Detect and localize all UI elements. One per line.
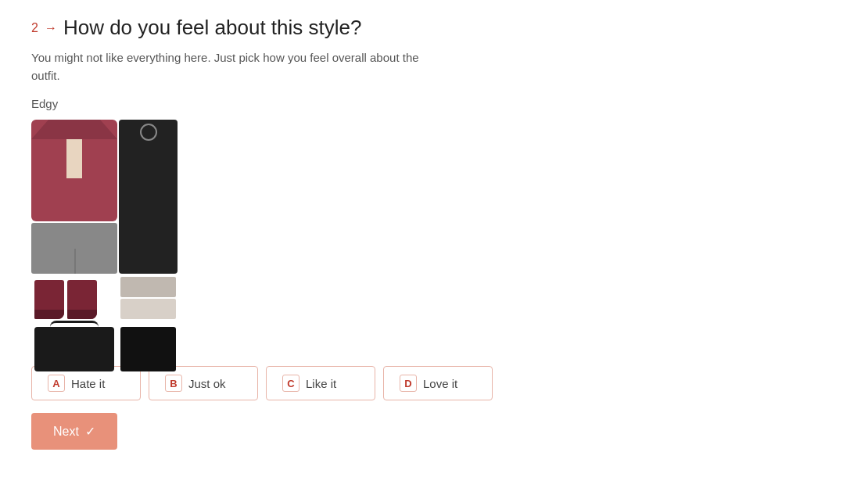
option-label-d: Love it xyxy=(423,377,457,390)
sweaters-item xyxy=(119,275,178,322)
option-label-a: Hate it xyxy=(71,377,105,390)
boots-item xyxy=(31,275,117,322)
black-pants-item xyxy=(120,327,176,371)
step-number: 2 xyxy=(31,21,38,35)
option-love-it[interactable]: D Love it xyxy=(383,366,493,400)
option-letter-b: B xyxy=(165,375,182,392)
check-icon: ✓ xyxy=(85,424,95,439)
boot-right xyxy=(67,280,97,319)
sweater-1 xyxy=(120,277,176,297)
option-like-it[interactable]: C Like it xyxy=(266,366,375,400)
question-description: You might not like everything here. Just… xyxy=(31,49,422,84)
bag-item xyxy=(34,327,114,371)
option-label-c: Like it xyxy=(306,377,336,390)
sweater-2 xyxy=(120,299,176,319)
arrow-icon: → xyxy=(45,21,57,35)
next-button[interactable]: Next ✓ xyxy=(31,413,117,450)
question-header: 2 → How do you feel about this style? xyxy=(31,16,673,40)
option-letter-a: A xyxy=(48,375,65,392)
jacket-item xyxy=(31,120,117,221)
pants-item xyxy=(31,223,117,274)
dress-item xyxy=(119,120,178,274)
outfit-image xyxy=(31,120,188,350)
option-letter-d: D xyxy=(400,375,417,392)
boot-left xyxy=(34,280,64,319)
next-button-label: Next xyxy=(53,425,79,439)
outfit-collage xyxy=(31,120,176,346)
option-label-b: Just ok xyxy=(188,377,226,390)
style-label: Edgy xyxy=(31,97,673,110)
option-letter-c: C xyxy=(282,375,299,392)
page-container: 2 → How do you feel about this style? Yo… xyxy=(0,0,704,465)
question-title: How do you feel about this style? xyxy=(63,16,362,40)
